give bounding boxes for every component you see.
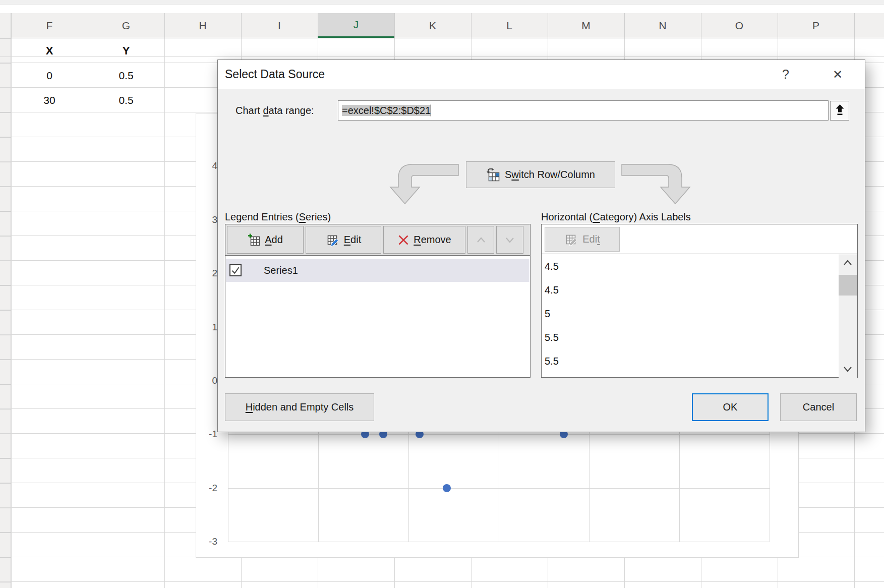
column-header-band: FGHIJKLMNOP: [0, 13, 884, 38]
legend-entries-title: Legend Entries (Series): [225, 209, 331, 224]
switch-row-column-icon: [486, 168, 500, 182]
select-data-source-dialog: Select Data Source ? ✕ Chart data range:…: [217, 60, 865, 432]
cell-G1[interactable]: Y: [88, 38, 164, 63]
chevron-up-icon: [476, 236, 487, 244]
remove-series-button[interactable]: Remove: [383, 226, 465, 254]
column-header-P[interactable]: P: [778, 13, 854, 38]
chart-gridline-horizontal: [228, 488, 770, 489]
excel-window: FGHIJKLMNOP X Y 0 0.5 30 0.5 43210-1-2-3…: [0, 0, 884, 588]
chart-data-range-label: Chart data range:: [235, 100, 314, 121]
switch-right-arrow-graphic: [620, 161, 695, 206]
cancel-button[interactable]: Cancel: [780, 393, 857, 421]
selected-range-text: =excel!$C$2:$D$21: [342, 105, 431, 116]
column-header-M[interactable]: M: [548, 13, 624, 38]
move-series-down-button[interactable]: [496, 226, 523, 254]
column-header-H[interactable]: H: [164, 13, 241, 38]
edit-axis-labels-button[interactable]: Edit: [545, 227, 620, 252]
column-header-N[interactable]: N: [624, 13, 701, 38]
chart-y-axis-tick-label: 3: [197, 214, 217, 226]
edit-icon: [326, 233, 340, 247]
help-icon[interactable]: ?: [770, 60, 801, 89]
series-list-item[interactable]: Series1: [226, 259, 529, 282]
chart-y-axis-tick-label: 1: [197, 321, 217, 333]
switch-left-arrow-graphic: [385, 161, 460, 206]
axis-labels-panel: Edit 4.54.555.55.5: [541, 224, 858, 378]
axis-labels-title: Horizontal (Category) Axis Labels: [541, 209, 691, 224]
axis-panel-separator: [542, 254, 857, 254]
chart-y-axis-tick-label: 0: [197, 375, 217, 387]
close-icon[interactable]: ✕: [822, 60, 853, 89]
column-header-J[interactable]: J: [318, 13, 394, 38]
chart-data-range-input[interactable]: =excel!$C$2:$D$21: [338, 100, 829, 121]
chart-y-axis-tick-label: 2: [197, 267, 217, 279]
collapse-dialog-button[interactable]: [830, 101, 849, 121]
scroll-down-button[interactable]: [839, 361, 857, 378]
remove-icon: [397, 234, 409, 246]
add-series-button[interactable]: Add: [227, 226, 304, 254]
column-header-K[interactable]: K: [394, 13, 471, 38]
switch-row-column-button[interactable]: Switch Row/Column: [466, 161, 615, 188]
dialog-titlebar: Select Data Source ? ✕: [218, 60, 865, 89]
chevron-down-icon: [504, 236, 515, 244]
hidden-and-empty-cells-button[interactable]: Hidden and Empty Cells: [225, 393, 374, 421]
axis-label-item[interactable]: 4.5: [545, 278, 797, 302]
chart-y-axis-tick-label: -2: [197, 482, 217, 494]
series-name: Series1: [264, 265, 298, 276]
cell-F2[interactable]: 0: [11, 63, 88, 88]
axis-label-item[interactable]: 5.5: [545, 326, 797, 349]
cell-F3[interactable]: 30: [11, 88, 88, 112]
legend-entries-panel: Add Edit Remove: [225, 224, 531, 378]
edit-series-button[interactable]: Edit: [306, 226, 381, 254]
formula-bar-edge: [0, 0, 884, 5]
scrollbar-thumb[interactable]: [839, 275, 857, 296]
axis-label-item[interactable]: 5.5: [545, 349, 797, 373]
chart-gridline-horizontal: [228, 434, 770, 435]
edit-disabled-icon: [564, 233, 578, 246]
column-header-G[interactable]: G: [88, 13, 164, 38]
chart-gridline-horizontal: [228, 542, 770, 542]
chart-y-axis-tick-label: -1: [197, 428, 217, 440]
cell-F1[interactable]: X: [11, 38, 88, 63]
cell-G3[interactable]: 0.5: [88, 88, 164, 112]
chart-y-axis-tick-label: -3: [197, 536, 217, 548]
series-checkbox[interactable]: [229, 264, 242, 276]
cell-G2[interactable]: 0.5: [88, 63, 164, 88]
range-picker-arrow-icon: [835, 104, 845, 118]
add-icon: [248, 233, 261, 247]
chart-y-axis-tick-label: 4: [197, 160, 217, 172]
legend-toolbar: Add Edit Remove: [225, 224, 530, 256]
scroll-up-button[interactable]: [839, 254, 857, 271]
column-header-I[interactable]: I: [241, 13, 318, 38]
axis-label-item[interactable]: 5: [545, 302, 797, 326]
column-header-O[interactable]: O: [701, 13, 778, 38]
move-series-up-button[interactable]: [467, 226, 494, 254]
scatter-data-point: [443, 484, 451, 492]
vertical-scrollbar[interactable]: [839, 254, 857, 378]
axis-label-item[interactable]: 4.5: [545, 255, 797, 278]
column-header-F[interactable]: F: [11, 13, 88, 38]
dialog-title: Select Data Source: [225, 60, 325, 89]
text-caret: [431, 104, 431, 116]
ok-button[interactable]: OK: [692, 393, 769, 421]
column-header-L[interactable]: L: [471, 13, 548, 38]
